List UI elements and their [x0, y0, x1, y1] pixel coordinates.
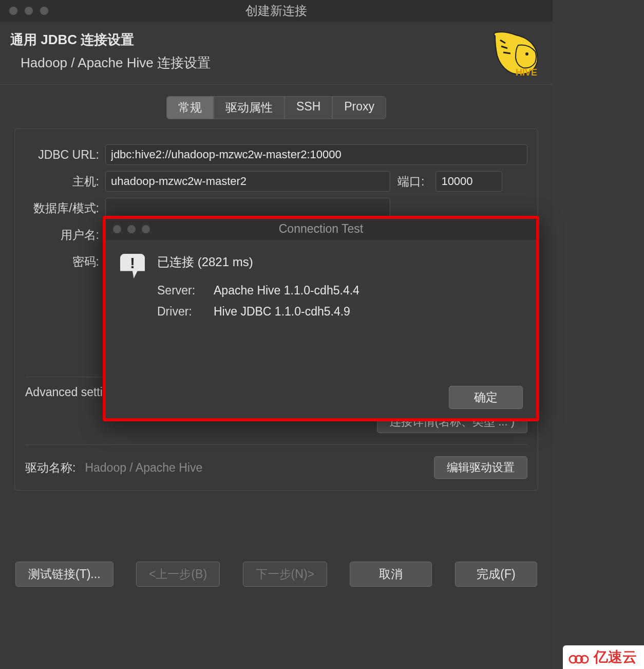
connection-status-text: 已连接 (2821 ms)	[157, 254, 522, 270]
server-label: Server:	[157, 284, 214, 298]
page-subtitle: Hadoop / Apache Hive 连接设置	[21, 54, 211, 72]
jdbc-url-input[interactable]	[105, 144, 527, 165]
host-input[interactable]	[105, 171, 390, 192]
jdbc-url-label: JDBC URL:	[25, 148, 105, 162]
tab-driver-properties[interactable]: 驱动属性	[214, 96, 285, 119]
connection-test-dialog: Connection Test ! 已连接 (2821 ms) Server: …	[103, 216, 539, 421]
username-label: 用户名:	[25, 227, 105, 243]
host-label: 主机:	[25, 174, 105, 190]
driver-value: Hive JDBC 1.1.0-cdh5.4.9	[214, 305, 350, 319]
database-input[interactable]	[105, 198, 390, 218]
titlebar: 创建新连接	[0, 0, 553, 22]
tabs: 常规 驱动属性 SSH Proxy	[0, 96, 553, 119]
back-button: <上一步(B)	[136, 562, 220, 587]
edit-driver-button[interactable]: 编辑驱动设置	[434, 456, 527, 479]
info-icon: !	[120, 254, 145, 278]
wizard-buttons: 测试链接(T)... <上一步(B) 下一步(N)> 取消 完成(F)	[0, 562, 553, 587]
port-label: 端口:	[397, 174, 430, 190]
svg-text:HIVE: HIVE	[516, 67, 537, 77]
divider	[25, 444, 527, 445]
driver-label: Driver:	[157, 305, 214, 319]
password-label: 密码:	[25, 254, 105, 270]
page-title: 通用 JDBC 连接设置	[10, 31, 211, 49]
dialog-title: Connection Test	[106, 222, 536, 236]
tab-ssh[interactable]: SSH	[285, 96, 332, 119]
header: 通用 JDBC 连接设置 Hadoop / Apache Hive 连接设置 H…	[0, 22, 553, 85]
port-input[interactable]	[435, 171, 502, 192]
watermark: 亿速云	[563, 645, 644, 669]
dialog-titlebar: Connection Test	[106, 219, 536, 239]
database-label: 数据库/模式:	[25, 200, 105, 216]
driver-name-value: Hadoop / Apache Hive	[85, 461, 202, 475]
tab-proxy[interactable]: Proxy	[332, 96, 386, 119]
driver-name-label: 驱动名称:	[25, 460, 75, 476]
hive-logo-icon: HIVE	[490, 31, 541, 77]
tab-general[interactable]: 常规	[166, 96, 214, 119]
cancel-button[interactable]: 取消	[350, 562, 432, 587]
window-title: 创建新连接	[0, 3, 553, 19]
test-connection-button[interactable]: 测试链接(T)...	[15, 562, 113, 587]
watermark-text: 亿速云	[594, 647, 637, 667]
finish-button[interactable]: 完成(F)	[455, 562, 537, 587]
watermark-logo-icon	[568, 650, 590, 664]
svg-point-1	[525, 52, 528, 55]
next-button: 下一步(N)>	[243, 562, 327, 587]
header-text: 通用 JDBC 连接设置 Hadoop / Apache Hive 连接设置	[10, 31, 211, 72]
server-value: Apache Hive 1.1.0-cdh5.4.4	[214, 284, 359, 298]
ok-button[interactable]: 确定	[449, 386, 523, 409]
